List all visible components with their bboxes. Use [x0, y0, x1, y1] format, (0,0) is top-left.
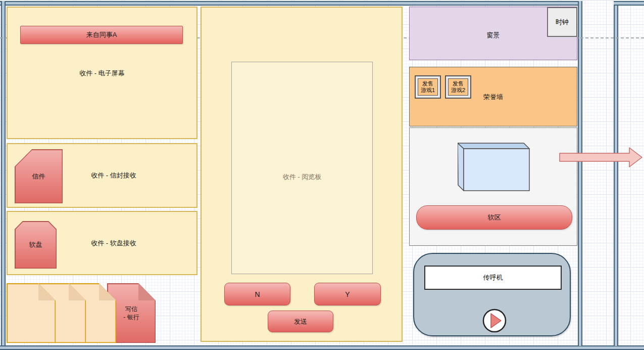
- document-1-fold: [38, 283, 56, 300]
- released-game-2-line1: 发售: [453, 80, 464, 87]
- panel-electronic-screen: 来自同事A 收件 - 电子屏幕: [7, 7, 197, 139]
- write-letter-line1: 写信: [125, 305, 137, 313]
- reading-board-caption: 收件 - 阅览板: [232, 171, 372, 183]
- letter-shape-label: 信件: [15, 149, 63, 203]
- released-game-2-frame: 发售 游戏2: [445, 75, 471, 99]
- released-game-1-line2: 游戏1: [421, 87, 435, 94]
- released-game-1-line1: 发售: [422, 80, 433, 87]
- reading-board: 收件 - 阅览板: [231, 62, 373, 274]
- letter-shape: 信件: [15, 149, 63, 203]
- document-2-fold: [69, 283, 86, 300]
- honor-wall: 发售 游戏1 发售 游戏2 荣誉墙: [409, 67, 577, 126]
- document-3-fold: [99, 283, 116, 300]
- send-button-label: 发送: [294, 317, 307, 326]
- computer-3d-box: [458, 143, 530, 191]
- wall-top: [0, 1, 582, 6]
- pager-screen: 传呼机: [424, 266, 562, 290]
- button-y[interactable]: Y: [314, 283, 381, 305]
- play-button[interactable]: [482, 308, 507, 333]
- released-game-1: 发售 游戏1: [418, 78, 438, 96]
- floppy-shape-label: 软盘: [15, 221, 57, 269]
- panel-reading-board: 收件 - 阅览板 N Y 发送: [201, 7, 403, 342]
- soft-zone-label: 软区: [488, 213, 501, 222]
- pager: 传呼机: [413, 253, 571, 336]
- released-game-2: 发售 游戏2: [448, 78, 468, 96]
- from-colleague-a-label: 来自同事A: [86, 30, 117, 39]
- floppy-shape: 软盘: [15, 221, 57, 269]
- button-y-label: Y: [345, 290, 350, 298]
- floppy-panel-caption: 收件 - 软盘接收: [68, 212, 159, 274]
- arrow-right-icon: [559, 147, 643, 168]
- envelope-panel-caption: 收件 - 信封接收: [68, 144, 159, 207]
- released-game-2-line2: 游戏2: [451, 87, 465, 94]
- write-letter-line2: - 银行: [123, 313, 139, 321]
- panel-envelope-receive: 信件 收件 - 信封接收: [7, 143, 197, 208]
- clock-label: 时钟: [556, 18, 569, 27]
- computer-area: 电脑 软区: [409, 127, 577, 246]
- screen-panel-caption: 收件 - 电子屏幕: [8, 67, 196, 79]
- soft-zone-button[interactable]: 软区: [416, 205, 572, 230]
- room-diagram-canvas: 来自同事A 收件 - 电子屏幕 信件 收件 - 信封接收 软盘 收件 - 软盘接…: [0, 0, 644, 350]
- wall-room2-left: [614, 1, 618, 346]
- released-game-1-frame: 发售 游戏1: [415, 75, 441, 99]
- from-colleague-a-button[interactable]: 来自同事A: [20, 26, 183, 44]
- pager-label: 传呼机: [483, 273, 503, 282]
- button-n-label: N: [255, 290, 260, 298]
- send-button[interactable]: 发送: [268, 311, 333, 332]
- wall-room-divider: [578, 1, 582, 346]
- document-shape-1: [7, 283, 56, 343]
- wall-bottom: [0, 345, 644, 350]
- wall-room2-top: [614, 1, 644, 6]
- clock-box: 时钟: [547, 7, 577, 37]
- button-n[interactable]: N: [224, 283, 290, 305]
- panel-floppy-receive: 软盘 收件 - 软盘接收: [7, 211, 197, 275]
- wall-left: [1, 1, 6, 346]
